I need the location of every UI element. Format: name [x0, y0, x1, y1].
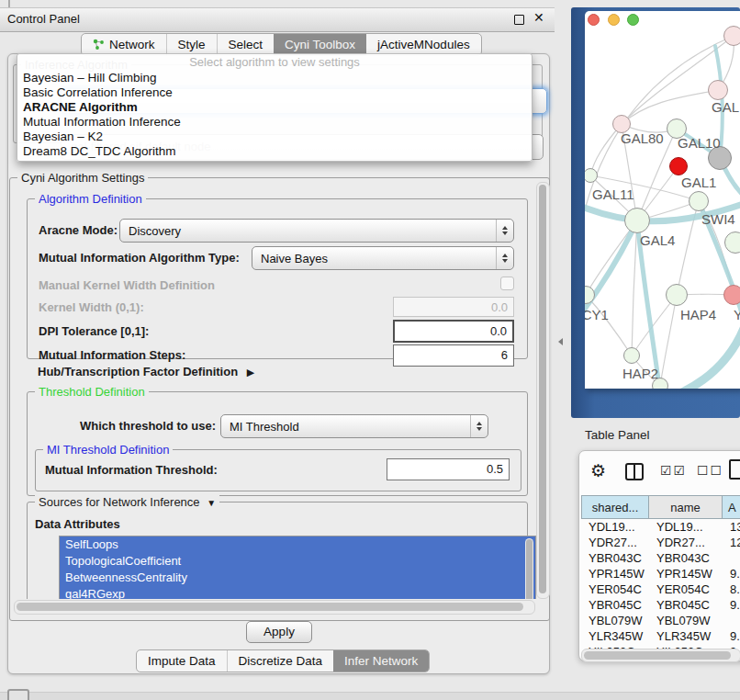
table-row[interactable]: YER054CYER054C8.	[581, 581, 740, 597]
table-panel-title: Table Panel	[585, 428, 650, 442]
node-label: GCY1	[585, 307, 609, 322]
spinner-icon	[496, 220, 513, 242]
node-label: GAL80	[621, 130, 664, 146]
expand-down-icon: ▼	[207, 498, 216, 508]
hub-definition-toggle[interactable]: Hub/Transcription Factor Definition ▶	[38, 365, 254, 378]
node-label: SWI4	[701, 211, 735, 227]
float-window-icon[interactable]	[514, 15, 524, 25]
network-node-selected-red[interactable]	[669, 157, 688, 175]
tab-style[interactable]: Style	[166, 34, 217, 55]
collapsed-panel-icon[interactable]	[7, 689, 29, 700]
table-row[interactable]: YDR27...YDR27...12	[581, 535, 740, 550]
expand-right-icon: ▶	[247, 367, 254, 378]
dropdown-option[interactable]: Basic Correlation Inference	[17, 85, 532, 100]
attribute-item[interactable]: SelfLoops	[60, 536, 535, 553]
network-node-gal4[interactable]	[624, 208, 650, 233]
aracne-mode-label: Aracne Mode:	[39, 223, 118, 237]
bottom-tabstrip: Impute Data Discretize Data Infer Networ…	[136, 649, 430, 672]
tab-select[interactable]: Select	[217, 34, 275, 55]
screen: Control Panel ✕ Inference Algorithm gal-…	[0, 0, 740, 700]
attributes-scrollbar[interactable]	[525, 538, 533, 599]
uncheck-all-icon[interactable]: ☐☐	[697, 463, 723, 478]
table-row[interactable]: YBR045CYBR045C9.	[581, 597, 740, 613]
kernel-width-label: Kernel Width (0,1):	[39, 300, 144, 314]
threshold-definition-group: Threshold Definition Which threshold to …	[27, 391, 528, 496]
network-node-salmon[interactable]	[723, 285, 740, 305]
dropdown-option[interactable]: Bayesian – K2	[17, 130, 532, 144]
network-node-hap2[interactable]	[623, 347, 640, 364]
table-row[interactable]: YDL19...YDL19...13	[581, 519, 740, 535]
tab-network[interactable]: Network	[82, 34, 166, 55]
dpi-tolerance-field[interactable]: 0.0	[393, 320, 514, 343]
network-node-gal1[interactable]	[689, 191, 709, 211]
check-all-icon[interactable]: ☑☑	[660, 463, 687, 478]
settings-vscrollbar[interactable]	[536, 182, 550, 599]
table-row[interactable]: YBL079WYBL079W	[581, 613, 740, 628]
attribute-item[interactable]: BetweennessCentrality	[60, 570, 535, 586]
spinner-icon	[496, 247, 513, 269]
tab-impute-data[interactable]: Impute Data	[137, 650, 227, 672]
attribute-item[interactable]: TopologicalCoefficient	[60, 553, 535, 570]
mi-threshold-field[interactable]: 0.5	[387, 458, 510, 480]
column-header-shared[interactable]: shared...	[581, 495, 649, 519]
data-attributes-list: SelfLoops TopologicalCoefficient Between…	[59, 536, 536, 599]
dropdown-option-selected[interactable]: ARACNE Algorithm	[17, 100, 532, 115]
column-header-name[interactable]: name	[648, 495, 723, 519]
sources-title[interactable]: Sources for Network Inference ▼	[35, 495, 219, 509]
dropdown-option[interactable]: Mutual Information Inference	[17, 115, 532, 130]
attributes-scrollbar-thumb[interactable]	[526, 539, 533, 599]
spinner-icon	[470, 415, 488, 437]
table-row[interactable]: YLR345WYLR345W9.	[581, 628, 740, 644]
table-hscrollbar[interactable]	[581, 649, 740, 662]
panel-title: Control Panel	[7, 12, 80, 26]
node-label: HAP4	[680, 307, 716, 322]
toolbar-tick	[8, 0, 10, 7]
bottom-band	[0, 692, 740, 700]
network-node-gal7[interactable]	[708, 80, 728, 100]
gear-icon[interactable]: ⚙	[590, 460, 606, 481]
kernel-width-field[interactable]: 0.0	[393, 297, 514, 317]
dropdown-option[interactable]: Bayesian – Hill Climbing	[17, 71, 532, 85]
node-label: GAL	[712, 99, 739, 115]
which-threshold-combo[interactable]: MI Threshold	[220, 414, 488, 438]
network-node-hap4[interactable]	[666, 284, 688, 306]
network-canvas[interactable]: GAL GAL80 GAL10 GAL1 GAL11 SWI4 GAL4 GCY…	[585, 11, 740, 389]
dpi-tolerance-label: DPI Tolerance [0,1]:	[39, 324, 149, 338]
settings-viewport: Algorithm Definition Aracne Mode: Discov…	[10, 178, 538, 599]
mi-threshold-group: MI Threshold Definition Mutual Informati…	[35, 449, 521, 491]
column-header-partial[interactable]: A	[722, 495, 740, 519]
table-row[interactable]: YPR145WYPR145W9.	[581, 566, 740, 581]
tab-cyni-toolbox[interactable]: Cyni Toolbox	[274, 34, 366, 55]
tab-jactivemnodules[interactable]: jActiveMNodules	[366, 34, 481, 55]
manual-kernel-checkbox[interactable]	[500, 277, 514, 290]
table-panel: ⚙ ☑☑ ☐☐ shared... name A YDL19...YDL19..…	[578, 450, 740, 661]
table-row[interactable]: YBR043CYBR043C	[581, 550, 740, 566]
document-icon[interactable]	[729, 459, 740, 480]
algorithm-definition-title: Algorithm Definition	[35, 192, 146, 206]
settings-vscrollbar-thumb[interactable]	[539, 185, 546, 593]
split-collapse-icon[interactable]	[558, 338, 563, 345]
tab-discretize-data[interactable]: Discretize Data	[227, 650, 334, 672]
apply-button[interactable]: Apply	[246, 621, 312, 643]
table-hscrollbar-thumb[interactable]	[584, 651, 731, 660]
mi-type-label: Mutual Information Algorithm Type:	[39, 251, 240, 265]
aracne-mode-combo[interactable]: Discovery	[119, 219, 514, 243]
mi-type-combo[interactable]: Naive Bayes	[252, 246, 514, 270]
node-label: HAP2	[622, 366, 658, 381]
dropdown-placeholder: Select algorithm to view settings	[17, 54, 532, 71]
tab-infer-network[interactable]: Infer Network	[333, 650, 429, 672]
mi-steps-field[interactable]: 6	[393, 344, 514, 367]
split-columns-icon[interactable]	[625, 463, 644, 480]
network-node[interactable]	[723, 26, 740, 46]
network-node-swi4[interactable]	[724, 231, 740, 254]
sources-group: Sources for Network Inference ▼ Data Att…	[27, 502, 528, 599]
settings-hscrollbar-thumb[interactable]	[17, 603, 523, 611]
attribute-item[interactable]: gal4RGexp	[60, 586, 535, 599]
node-label: Y	[734, 307, 740, 322]
control-panel-titlebar: Control Panel ✕	[0, 7, 555, 32]
close-icon[interactable]: ✕	[533, 10, 544, 25]
mi-threshold-group-title: MI Threshold Definition	[43, 443, 173, 457]
settings-hscrollbar[interactable]	[14, 600, 535, 615]
manual-kernel-label: Manual Kernel Width Definition	[39, 278, 215, 292]
dropdown-option[interactable]: Dream8 DC_TDC Algorithm	[17, 144, 532, 159]
